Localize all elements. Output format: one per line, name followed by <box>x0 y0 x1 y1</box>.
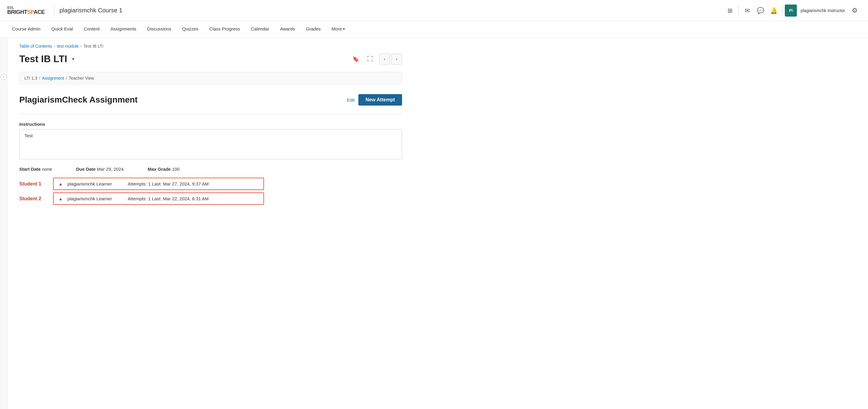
title-chevron-down-icon: ▾ <box>72 56 74 61</box>
gear-icon-btn[interactable]: ⚙ <box>849 4 861 17</box>
sub-breadcrumb-sep-1: / <box>39 76 40 81</box>
breadcrumb-current: Test IB LTI <box>84 44 103 49</box>
chat-icon-btn[interactable]: 💬 <box>754 4 767 17</box>
expand-icon-btn[interactable]: ⛶ <box>365 54 375 64</box>
header-divider-2 <box>738 5 739 16</box>
nav-item-assignments[interactable]: Assignments <box>105 21 141 38</box>
nav-item-grades[interactable]: Grades <box>301 21 326 38</box>
nav-more-label: More <box>332 26 342 31</box>
student-attempts-2: Attempts: 1 Last: Mar 22, 2024, 6:31 AM <box>128 196 209 201</box>
nav-item-awards[interactable]: Awards <box>275 21 300 38</box>
assignment-title: PlagiarismCheck Assignment <box>19 95 138 105</box>
sub-breadcrumb-assignment[interactable]: Assignment <box>42 76 64 81</box>
section-divider <box>19 114 402 114</box>
student-row-toggle-2[interactable]: ▲ <box>59 196 63 201</box>
logo: D2L BRIGHTSPACE <box>7 6 44 16</box>
start-date-label: Start Date <box>19 167 41 172</box>
student-label-1: Student 1 <box>19 181 50 187</box>
bell-icon-btn[interactable]: 🔔 <box>768 4 780 17</box>
sidebar-toggle[interactable]: › <box>0 38 7 409</box>
breadcrumb-sep-2: › <box>81 44 82 48</box>
student-row-2: ▲ plagiarismchk Learner Attempts: 1 Last… <box>53 193 264 205</box>
header-icons: ⊞ ✉ 💬 🔔 PI plagiarismchk Instructor ⚙ <box>724 4 861 17</box>
page-title: Test IB LTI <box>19 53 67 64</box>
bookmark-icon: 🔖 <box>352 56 359 62</box>
content-wrapper: › Table of Contents › test module › Test… <box>0 38 868 409</box>
student-name-2: plagiarismchk Learner <box>67 196 128 201</box>
breadcrumb-sep-1: › <box>54 44 55 48</box>
nav-bar: Course Admin Quick Eval Content Assignme… <box>0 21 868 38</box>
start-date-item: Start Date none <box>19 167 52 172</box>
expand-icon: ⛶ <box>367 56 373 62</box>
student-label-2: Student 2 <box>19 196 50 202</box>
page-title-left: Test IB LTI ▾ <box>19 53 77 64</box>
student-row-toggle-1[interactable]: ▲ <box>59 182 63 186</box>
student-attempts-1: Attempts: 1 Last: Mar 27, 2024, 9:37 AM <box>128 181 209 186</box>
start-date-value: none <box>42 167 52 172</box>
nav-item-class-progress[interactable]: Class Progress <box>205 21 245 38</box>
sub-breadcrumb-lti: LTI 1.3 <box>24 76 37 81</box>
bookmark-icon-btn[interactable]: 🔖 <box>350 54 361 64</box>
avatar-btn[interactable]: PI <box>785 4 797 17</box>
next-page-btn[interactable]: › <box>391 54 402 64</box>
nav-arrows: ‹ › <box>379 54 402 64</box>
student-row-1: ▲ plagiarismchk Learner Attempts: 1 Last… <box>53 178 264 190</box>
max-grade-label: Max Grade <box>148 167 171 172</box>
instructor-name: plagiarismchk Instructor <box>801 8 845 13</box>
mail-icon-btn[interactable]: ✉ <box>741 4 753 17</box>
instructions-label: Instructions <box>19 122 402 127</box>
sub-breadcrumb-sep-2: / <box>66 76 67 81</box>
nav-item-discussions[interactable]: Discussions <box>142 21 176 38</box>
nav-item-quizzes[interactable]: Quizzes <box>177 21 203 38</box>
title-dropdown-btn[interactable]: ▾ <box>70 55 77 63</box>
due-date-label: Due Date <box>76 167 96 172</box>
page-title-row: Test IB LTI ▾ 🔖 ⛶ ‹ › <box>19 53 402 64</box>
sidebar-toggle-arrow-icon: › <box>1 74 7 80</box>
nav-item-quick-eval[interactable]: Quick Eval <box>46 21 78 38</box>
logo-area: D2L BRIGHTSPACE <box>7 6 44 16</box>
chevron-left-icon: ‹ <box>384 56 385 62</box>
grid-icon-btn[interactable]: ⊞ <box>724 4 736 17</box>
prev-page-btn[interactable]: ‹ <box>379 54 390 64</box>
breadcrumb-test-module[interactable]: test module <box>57 44 79 49</box>
student-name-1: plagiarismchk Learner <box>67 181 128 186</box>
student-section-1: Student 1 ▲ plagiarismchk Learner Attemp… <box>19 178 402 190</box>
max-grade-item: Max Grade 100 <box>148 167 180 172</box>
max-grade-value: 100 <box>172 167 180 172</box>
nav-item-course-admin[interactable]: Course Admin <box>7 21 45 38</box>
course-title: plagiarismchk Course 1 <box>59 7 724 14</box>
breadcrumb: Table of Contents › test module › Test I… <box>19 44 402 49</box>
assignment-header-row: PlagiarismCheck Assignment Edit New Atte… <box>19 94 402 106</box>
sub-breadcrumb: LTI 1.3 / Assignment / Teacher View <box>19 72 402 84</box>
logo-brightspace: BRIGHTSPACE <box>7 9 44 16</box>
nav-item-more[interactable]: More ▾ <box>327 21 350 38</box>
instructions-box: Test <box>19 129 402 159</box>
nav-item-content[interactable]: Content <box>79 21 104 38</box>
nav-more-chevron-down-icon: ▾ <box>343 27 345 31</box>
metadata-row: Start Date none Due Date Mar 29, 2024 Ma… <box>19 167 402 172</box>
main-content: Table of Contents › test module › Test I… <box>7 38 414 409</box>
new-attempt-button[interactable]: New Attempt <box>358 94 402 106</box>
gear-icon: ⚙ <box>852 7 858 14</box>
due-date-item: Due Date Mar 29, 2024 <box>76 167 124 172</box>
nav-item-calendar[interactable]: Calendar <box>246 21 274 38</box>
student-rows: Student 1 ▲ plagiarismchk Learner Attemp… <box>19 178 402 205</box>
student-section-2: Student 2 ▲ plagiarismchk Learner Attemp… <box>19 193 402 205</box>
header-divider-1 <box>54 5 55 16</box>
instructions-text: Test <box>24 133 33 138</box>
due-date-value: Mar 29, 2024 <box>97 167 124 172</box>
chevron-right-icon: › <box>396 56 397 62</box>
mail-icon: ✉ <box>745 7 750 14</box>
page-title-actions: 🔖 ⛶ ‹ › <box>350 54 402 64</box>
bell-icon: 🔔 <box>770 7 778 14</box>
edit-link[interactable]: Edit <box>347 97 355 103</box>
logo-d2l: D2L <box>7 6 44 9</box>
top-header: D2L BRIGHTSPACE plagiarismchk Course 1 ⊞… <box>0 0 868 21</box>
assignment-actions: Edit New Attempt <box>347 94 402 106</box>
sub-breadcrumb-teacher-view: Teacher View <box>69 76 94 81</box>
chat-icon: 💬 <box>757 7 764 14</box>
breadcrumb-table-of-contents[interactable]: Table of Contents <box>19 44 52 49</box>
grid-icon: ⊞ <box>727 7 733 14</box>
header-divider-3 <box>782 5 782 16</box>
